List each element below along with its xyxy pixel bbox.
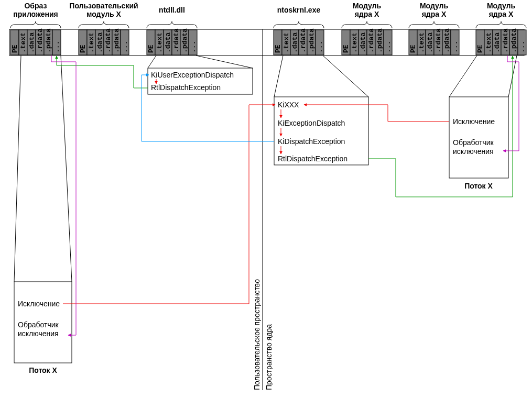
red-arrows — [63, 79, 449, 304]
section-label: .text — [283, 32, 290, 53]
section-label: ... — [316, 41, 324, 53]
svg-rect-3 — [449, 97, 508, 178]
brace-icon — [342, 21, 392, 28]
module-label: ntoskrnl.exe — [277, 6, 321, 14]
section-label: .rdata — [367, 28, 375, 53]
module-label: ядра X — [355, 10, 379, 18]
module-label: ядра X — [422, 10, 447, 18]
kernel-handler1: Обработчик — [453, 138, 494, 147]
ntos-fn3: KiDispatchException — [278, 137, 345, 146]
kernel-handler2: исключения — [453, 147, 494, 156]
section-label: .data — [426, 32, 434, 53]
ntos-fn1: KiXXX — [278, 101, 299, 109]
section-label: PE — [274, 45, 282, 53]
user-space-label: Пользовательское пространство — [253, 279, 261, 390]
section-label: .rdata — [104, 28, 112, 53]
module-label: Образ — [24, 2, 47, 10]
module-label: Модуль — [420, 2, 449, 10]
section-label: PE — [11, 45, 19, 53]
section-label: ... — [451, 41, 459, 53]
brace-icon — [79, 21, 129, 28]
section-label: .pdata — [443, 28, 451, 53]
brace-icon — [409, 21, 459, 28]
ntdll-functions-box: KiUserExceptionDispatch RtlDispatchExcep… — [148, 68, 253, 94]
module-label: ntdll.dll — [159, 6, 185, 14]
user-thread-box: Исключение Обработчик исключения Поток X — [14, 282, 72, 374]
kernel-thread-box: Исключение Обработчик исключения Поток X — [449, 97, 508, 190]
section-label: ... — [384, 41, 392, 53]
brace-icon — [274, 21, 324, 28]
section-label: .data — [493, 32, 501, 53]
module-label: Модуль — [487, 2, 516, 10]
section-label: .data — [96, 32, 104, 53]
section-label: .text — [19, 32, 27, 53]
user-handler1: Обработчик — [18, 320, 59, 329]
brace-icon — [476, 21, 526, 28]
section-label: ... — [121, 41, 129, 53]
section-label: .rdata — [502, 28, 509, 53]
section-label: .text — [418, 32, 426, 53]
ntos-functions-box: KiXXX KiExceptionDispatch KiDispatchExce… — [274, 97, 368, 165]
module-label: Модуль — [353, 2, 382, 10]
brace-icon — [147, 21, 197, 28]
section-label: PE — [409, 45, 417, 53]
section-label: .data — [359, 32, 367, 53]
section-label: .rdata — [299, 28, 307, 53]
section-label: .pdata — [308, 28, 316, 53]
section-label: ... — [53, 41, 61, 53]
section-label: .pdata — [45, 28, 52, 53]
section-label: PE — [79, 45, 87, 53]
section-label: .text — [485, 32, 493, 53]
section-label: PE — [342, 45, 350, 53]
section-label: ... — [518, 41, 526, 53]
section-label: .rdata — [36, 28, 44, 53]
ntos-fn2: KiExceptionDispatch — [278, 119, 345, 127]
section-label: .pdata — [510, 28, 518, 53]
user-thread-label: Поток X — [29, 366, 57, 374]
ntdll-fn1: KiUserExceptionDispatch — [151, 71, 234, 79]
section-label: .data — [28, 32, 36, 53]
module-label: модуль X — [86, 10, 122, 18]
section-label: PE — [147, 45, 155, 53]
section-label: .pdata — [376, 28, 384, 53]
module-label: Пользовательский — [69, 2, 138, 10]
section-label: .pdata — [181, 28, 189, 53]
section-label: PE — [476, 45, 484, 53]
section-label: .text — [88, 32, 95, 53]
section-label: .rdata — [172, 28, 180, 53]
kernel-exc: Исключение — [453, 117, 495, 126]
module-label: ядра X — [489, 10, 514, 18]
section-label: .pdata — [113, 28, 121, 53]
section-label: .rdata — [435, 28, 442, 53]
kernel-thread-label: Поток X — [464, 182, 493, 190]
section-label: .data — [291, 32, 299, 53]
ntos-fn4: RtlDispatchException — [278, 154, 348, 163]
module-connectors — [14, 56, 517, 282]
exception-dispatch-diagram: ОбразприложенияPE.text.data.rdata.pdata.… — [0, 0, 532, 398]
section-label: ... — [189, 41, 197, 53]
module-label: приложения — [13, 10, 58, 18]
ntdll-fn2: RtlDispatchException — [151, 83, 221, 92]
section-label: .text — [156, 32, 164, 53]
brace-icon — [10, 21, 61, 28]
user-exc: Исключение — [18, 300, 60, 308]
section-label: .text — [351, 32, 359, 53]
section-label: .data — [164, 32, 172, 53]
user-handler2: исключения — [18, 329, 59, 338]
kernel-space-label: Пространство ядра — [265, 324, 273, 390]
